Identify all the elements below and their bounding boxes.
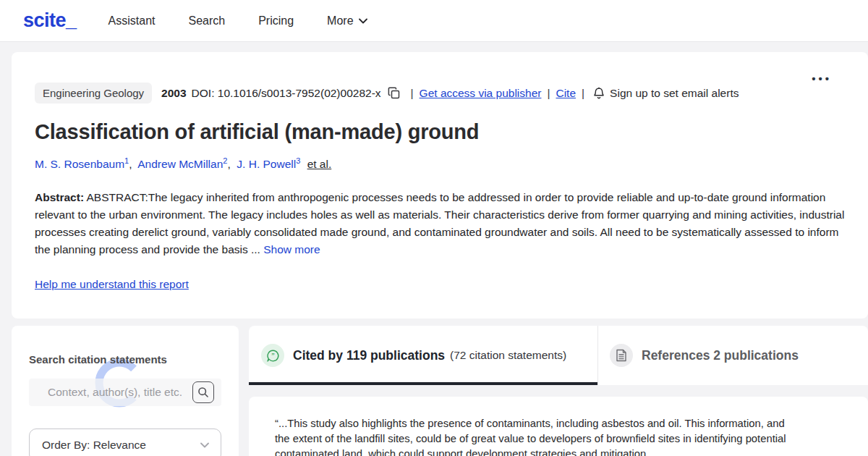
- paper-card: Engineering Geology 2003 DOI: 10.1016/s0…: [12, 52, 868, 318]
- cited-by-title: Cited by 119 publications: [293, 348, 445, 363]
- search-button[interactable]: [192, 381, 214, 403]
- author-separator: ,: [227, 158, 234, 170]
- chevron-down-icon: [200, 442, 209, 448]
- divider: |: [547, 87, 550, 100]
- author-list: M. S. Rosenbaum1, Andrew McMillan2, J. H…: [35, 156, 845, 171]
- help-understand-link[interactable]: Help me understand this report: [35, 278, 189, 291]
- abstract: Abstract: ABSTRACT:The legacy inherited …: [35, 189, 845, 258]
- active-tab-underline: [249, 382, 597, 385]
- citation-search-input[interactable]: [29, 379, 192, 406]
- author-separator: ,: [129, 158, 135, 170]
- nav-more-label: More: [327, 14, 353, 28]
- paper-title: Classification of artificial (man-made) …: [35, 120, 845, 144]
- author-link[interactable]: J. H. Powell: [237, 158, 296, 170]
- author-link[interactable]: M. S. Rosenbaum: [35, 158, 124, 170]
- nav-search[interactable]: Search: [188, 14, 225, 28]
- nav-more[interactable]: More: [327, 14, 367, 28]
- cited-by-subtitle: (72 citation statements): [450, 349, 566, 362]
- get-access-link[interactable]: Get access via publisher: [420, 87, 542, 100]
- bell-icon: [593, 87, 605, 100]
- top-nav: scite_ Assistant Search Pricing More: [0, 0, 868, 42]
- citations-tabs: ” Cited by 119 publications (72 citation…: [249, 326, 868, 385]
- citation-statements-panel: “...This study also highlights the prese…: [249, 397, 868, 456]
- publication-year: 2003: [161, 87, 186, 100]
- email-alerts-link[interactable]: Sign up to set email alerts: [610, 87, 739, 100]
- svg-text:”: ”: [271, 352, 274, 359]
- paper-meta-row: Engineering Geology 2003 DOI: 10.1016/s0…: [35, 83, 845, 104]
- tab-references[interactable]: References 2 publications: [598, 326, 868, 385]
- nav-pricing[interactable]: Pricing: [258, 14, 294, 28]
- divider: |: [582, 87, 584, 100]
- et-al-link[interactable]: et al.: [307, 158, 332, 170]
- citation-search-sidebar: Search citation statements Order By: Rel…: [12, 326, 239, 456]
- scite-logo[interactable]: scite_: [23, 9, 77, 32]
- tab-cited-by[interactable]: ” Cited by 119 publications (72 citation…: [249, 326, 597, 385]
- citation-statement: “...This study also highlights the prese…: [275, 416, 787, 456]
- author-affiliation-sup: 3: [296, 156, 300, 165]
- copy-icon[interactable]: [388, 87, 400, 99]
- references-title: References 2 publications: [642, 348, 799, 363]
- divider: |: [411, 87, 414, 100]
- show-more-link[interactable]: Show more: [263, 243, 320, 256]
- order-by-select[interactable]: Order By: Relevance: [29, 428, 221, 456]
- journal-badge[interactable]: Engineering Geology: [35, 83, 152, 104]
- more-options-button[interactable]: •••: [812, 72, 832, 85]
- citation-statement-text: “...This study also highlights the prese…: [275, 418, 786, 456]
- document-icon: [610, 344, 633, 367]
- abstract-label: Abstract:: [35, 191, 84, 203]
- page: scite_ Assistant Search Pricing More Eng…: [0, 0, 868, 456]
- cite-link[interactable]: Cite: [556, 87, 576, 100]
- abstract-text: ABSTRACT:The legacy inherited from anthr…: [35, 191, 844, 256]
- nav-assistant[interactable]: Assistant: [109, 14, 156, 28]
- sidebar-heading: Search citation statements: [29, 353, 221, 366]
- order-by-value: Order By: Relevance: [42, 439, 146, 452]
- chevron-down-icon: [359, 18, 367, 24]
- author-link[interactable]: Andrew McMillan: [137, 158, 223, 170]
- citation-search-box: [29, 379, 221, 406]
- doi-text: DOI: 10.1016/s0013-7952(02)00282-x: [192, 87, 381, 100]
- search-icon: [197, 387, 209, 398]
- nav-links: Assistant Search Pricing More: [109, 14, 367, 28]
- citation-quote-icon: ”: [261, 344, 284, 367]
